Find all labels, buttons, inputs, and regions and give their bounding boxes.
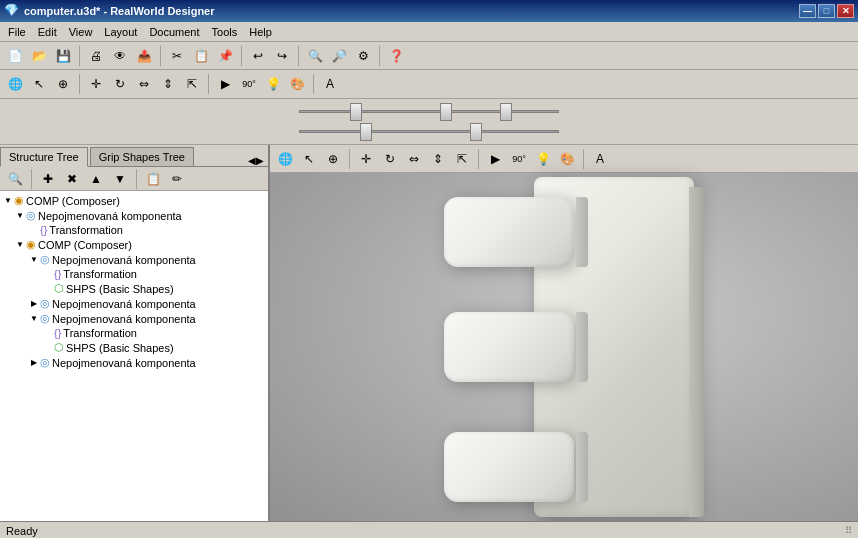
tree-up-button[interactable]: ▲ xyxy=(85,168,107,190)
vp-sep1 xyxy=(349,149,350,169)
tree-edit-button[interactable]: ✏ xyxy=(166,168,188,190)
expander-2-3-2[interactable]: ▶ xyxy=(42,342,54,354)
menu-tools[interactable]: Tools xyxy=(206,24,244,40)
vp-move-button[interactable]: ✛ xyxy=(355,148,377,170)
tree-node-1-1[interactable]: ▶ {} Transformation xyxy=(0,223,268,237)
tree-node-root[interactable]: ▼ ◉ COMP (Composer) xyxy=(0,193,268,208)
tree-node-1[interactable]: ▼ ◎ Nepojmenovaná komponenta xyxy=(0,208,268,223)
light-button[interactable]: 💡 xyxy=(262,73,284,95)
maximize-button[interactable]: □ xyxy=(818,4,835,18)
undo-button[interactable]: ↩ xyxy=(247,45,269,67)
menu-file[interactable]: File xyxy=(2,24,32,40)
expander-2-4[interactable]: ▶ xyxy=(28,357,40,369)
menu-help[interactable]: Help xyxy=(243,24,278,40)
tree-node-2-2[interactable]: ▶ ◎ Nepojmenovaná komponenta xyxy=(0,296,268,311)
shapes-icon-2-1: ⬡ xyxy=(54,282,64,295)
tree-node-2-1-1[interactable]: ▶ {} Transformation xyxy=(0,267,268,281)
tab-structure-tree[interactable]: Structure Tree xyxy=(0,147,88,167)
paste-button[interactable]: 📌 xyxy=(214,45,236,67)
tree-properties-button[interactable]: 📋 xyxy=(142,168,164,190)
viewport: 🌐 ↖ ⊕ ✛ ↻ ⇔ ⇕ ⇱ ▶ 90° 💡 🎨 A xyxy=(270,145,858,521)
redo-button[interactable]: ↪ xyxy=(271,45,293,67)
select-button[interactable]: ⊕ xyxy=(52,73,74,95)
tree-search-button[interactable]: 🔍 xyxy=(4,168,26,190)
slider-thumb-1a[interactable] xyxy=(350,103,362,121)
vp-globe-button[interactable]: 🌐 xyxy=(274,148,296,170)
tree-node-2-3[interactable]: ▼ ◎ Nepojmenovaná komponenta xyxy=(0,311,268,326)
cursor-button[interactable]: ↖ xyxy=(28,73,50,95)
slider-thumb-2a[interactable] xyxy=(360,123,372,141)
transform2-button[interactable]: ⇕ xyxy=(157,73,179,95)
preview-button[interactable]: 👁 xyxy=(109,45,131,67)
expander-2-1-2[interactable]: ▶ xyxy=(42,283,54,295)
transform3-button[interactable]: ⇱ xyxy=(181,73,203,95)
export-button[interactable]: 📤 xyxy=(133,45,155,67)
sep1 xyxy=(79,46,80,66)
vp-scale-button[interactable]: ⇔ xyxy=(403,148,425,170)
tree-node-2-3-1[interactable]: ▶ {} Transformation xyxy=(0,326,268,340)
render-button[interactable]: ▶ xyxy=(214,73,236,95)
composer-icon-2: ◉ xyxy=(26,238,36,251)
zoom-out-button[interactable]: 🔎 xyxy=(328,45,350,67)
vp-cursor-button[interactable]: ↖ xyxy=(298,148,320,170)
print-button[interactable]: 🖨 xyxy=(85,45,107,67)
transform-icon-2-3: {} xyxy=(54,327,61,339)
window-title: computer.u3d* - RealWorld Designer xyxy=(24,5,799,17)
tab-grip-shapes-tree[interactable]: Grip Shapes Tree xyxy=(90,147,194,166)
cut-button[interactable]: ✂ xyxy=(166,45,188,67)
color-button[interactable]: 🎨 xyxy=(286,73,308,95)
minimize-button[interactable]: — xyxy=(799,4,816,18)
node-label-1-1: Transformation xyxy=(49,224,123,236)
tree-down-button[interactable]: ▼ xyxy=(109,168,131,190)
move-button[interactable]: ✛ xyxy=(85,73,107,95)
expander-root[interactable]: ▼ xyxy=(2,195,14,207)
component-icon-2-2: ◎ xyxy=(40,297,50,310)
expander-2-1-1[interactable]: ▶ xyxy=(42,268,54,280)
globe-button[interactable]: 🌐 xyxy=(4,73,26,95)
text-button[interactable]: A xyxy=(319,73,341,95)
slider-track-1 xyxy=(299,110,559,113)
save-button[interactable]: 💾 xyxy=(52,45,74,67)
tree-node-2-3-2[interactable]: ▶ ⬡ SHPS (Basic Shapes) xyxy=(0,340,268,355)
node-label-2-1: Nepojmenovaná komponenta xyxy=(52,254,196,266)
slider-thumb-1b[interactable] xyxy=(440,103,452,121)
resize-grip[interactable]: ⠿ xyxy=(845,525,852,536)
vp-target-button[interactable]: ⊕ xyxy=(322,148,344,170)
help-button[interactable]: ❓ xyxy=(385,45,407,67)
menu-bar: File Edit View Layout Document Tools Hel… xyxy=(0,22,858,42)
deg90-button[interactable]: 90° xyxy=(238,73,260,95)
tree-delete-button[interactable]: ✖ xyxy=(61,168,83,190)
tab-next-button[interactable]: ▶ xyxy=(256,155,264,166)
zoom-in-button[interactable]: 🔍 xyxy=(304,45,326,67)
slider-thumb-1c[interactable] xyxy=(500,103,512,121)
expander-2[interactable]: ▼ xyxy=(14,239,26,251)
settings-button[interactable]: ⚙ xyxy=(352,45,374,67)
vp-rotate-button[interactable]: ↻ xyxy=(379,148,401,170)
menu-layout[interactable]: Layout xyxy=(98,24,143,40)
copy-button[interactable]: 📋 xyxy=(190,45,212,67)
new-button[interactable]: 📄 xyxy=(4,45,26,67)
slider-thumb-2b[interactable] xyxy=(470,123,482,141)
tree-node-2-1-2[interactable]: ▶ ⬡ SHPS (Basic Shapes) xyxy=(0,281,268,296)
slider-track-2 xyxy=(299,130,559,133)
node-label-2-1-2: SHPS (Basic Shapes) xyxy=(66,283,174,295)
expander-2-2[interactable]: ▶ xyxy=(28,298,40,310)
expander-2-3-1[interactable]: ▶ xyxy=(42,327,54,339)
menu-document[interactable]: Document xyxy=(143,24,205,40)
close-button[interactable]: ✕ xyxy=(837,4,854,18)
menu-edit[interactable]: Edit xyxy=(32,24,63,40)
expander-1-1[interactable]: ▶ xyxy=(28,224,40,236)
expander-1[interactable]: ▼ xyxy=(14,210,26,222)
tree-node-2[interactable]: ▼ ◉ COMP (Composer) xyxy=(0,237,268,252)
tree-node-2-1[interactable]: ▼ ◎ Nepojmenovaná komponenta xyxy=(0,252,268,267)
tree-add-button[interactable]: ✚ xyxy=(37,168,59,190)
expander-2-1[interactable]: ▼ xyxy=(28,254,40,266)
tree-node-2-4[interactable]: ▶ ◎ Nepojmenovaná komponenta xyxy=(0,355,268,370)
expander-2-3[interactable]: ▼ xyxy=(28,313,40,325)
open-button[interactable]: 📂 xyxy=(28,45,50,67)
sep8 xyxy=(313,74,314,94)
tab-prev-button[interactable]: ◀ xyxy=(248,155,256,166)
rotate-button[interactable]: ↻ xyxy=(109,73,131,95)
scale-button[interactable]: ⇔ xyxy=(133,73,155,95)
menu-view[interactable]: View xyxy=(63,24,99,40)
